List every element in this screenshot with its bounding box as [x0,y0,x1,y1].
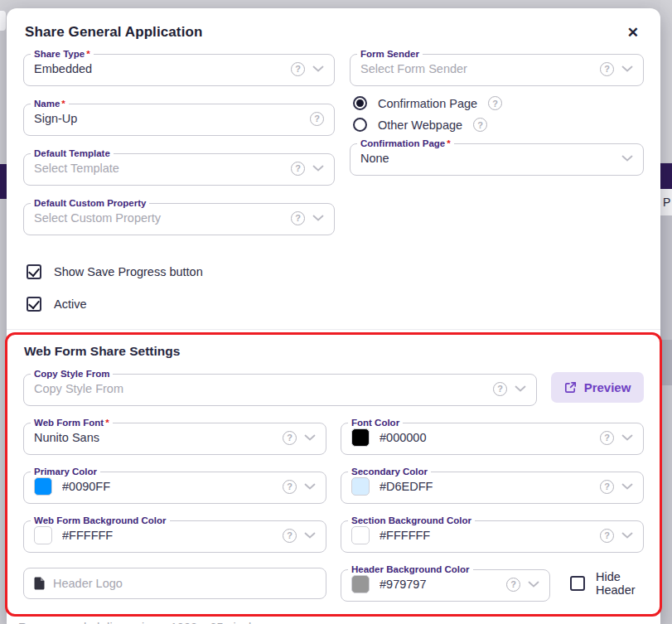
default-template-field[interactable]: Default Template Select Template ? [23,148,335,186]
header-bg-color-group: Header Background Color #979797 ? Hide H… [341,564,644,602]
chevron-down-icon [312,165,324,172]
dialog-header: Share General Application ✕ [17,21,650,41]
confirmation-radio-group: Confirmation Page ? Other Webpage ? [353,96,644,132]
radio-unselected-icon[interactable] [353,118,367,132]
color-swatch[interactable] [351,477,370,496]
required-asterisk: * [61,99,65,109]
form-sender-field[interactable]: Form Sender Select Form Sender ? [350,49,644,86]
name-field[interactable]: Name* Sign-Up ? [23,99,335,136]
help-icon[interactable]: ? [488,96,502,110]
chevron-down-icon [304,532,316,539]
dialog-title: Share General Application [25,24,202,41]
help-icon[interactable]: ? [291,162,305,176]
help-icon[interactable]: ? [310,112,324,126]
background-text-fragment: P [660,189,672,215]
color-swatch[interactable] [351,428,370,447]
background-page-strip-top [660,0,672,162]
font-color-field[interactable]: Font Color #000000 ? [341,418,644,455]
background-page-strip-dark [660,340,672,385]
color-swatch[interactable] [351,575,370,593]
section-background-color-value: #FFFFFF [380,529,593,542]
help-icon[interactable]: ? [600,480,614,494]
background-purple-bar-left [0,164,7,199]
copy-style-from-placeholder: Copy Style From [34,382,486,395]
annotation-highlight-box: Web Form Share Settings Copy Style From … [5,332,662,617]
help-icon[interactable]: ? [291,62,305,76]
section-background-color-field[interactable]: Section Background Color #FFFFFF ? [341,515,644,553]
chevron-down-icon [621,434,633,441]
chevron-down-icon [304,483,316,490]
background-page-strip-mid [660,215,672,340]
radio-confirmation-page[interactable]: Confirmation Page ? [353,96,644,110]
copy-style-from-field[interactable]: Copy Style From Copy Style From ? [23,369,537,406]
color-swatch[interactable] [34,477,52,496]
help-icon[interactable]: ? [283,529,297,543]
form-sender-placeholder: Select Form Sender [360,62,593,75]
file-icon [34,577,45,590]
font-color-value: #000000 [380,431,593,444]
chevron-down-icon [621,155,633,162]
checkbox-checked-icon[interactable] [27,297,41,312]
chevron-down-icon [621,483,633,490]
chevron-down-icon [621,532,633,539]
secondary-color-field[interactable]: Secondary Color #D6EDFF ? [341,467,644,504]
right-column: Form Sender Select Form Sender ? Confirm… [350,49,644,248]
chevron-down-icon [312,65,324,72]
confirmation-page-field[interactable]: Confirmation Page* None [350,138,644,176]
checkbox-unchecked-icon[interactable] [570,576,585,591]
confirmation-page-value: None [360,152,615,165]
chevron-down-icon [621,65,633,72]
required-asterisk: * [86,49,89,59]
help-icon[interactable]: ? [506,578,520,592]
help-icon[interactable]: ? [600,529,614,543]
header-background-color-value: #979797 [380,578,500,591]
chevron-down-icon [528,581,539,588]
help-icon[interactable]: ? [473,118,487,132]
default-custom-property-placeholder: Select Custom Property [34,211,284,225]
active-checkbox[interactable]: Active [27,297,641,312]
background-card-edge [0,11,6,31]
close-icon[interactable]: ✕ [624,24,642,41]
header-logo-upload[interactable]: Header Logo [23,568,326,599]
hide-header-checkbox[interactable]: Hide Header [570,570,644,597]
web-form-font-value: Nunito Sans [34,431,276,444]
web-form-font-field[interactable]: Web Form Font* Nunito Sans ? [23,418,326,455]
web-form-background-color-value: #FFFFFF [62,529,276,542]
help-icon[interactable]: ? [493,382,507,396]
help-icon[interactable]: ? [283,431,297,445]
share-type-value: Embedded [34,62,284,75]
external-link-icon [564,381,577,394]
default-template-placeholder: Select Template [34,162,284,175]
required-asterisk: * [447,138,450,148]
chevron-down-icon [312,215,324,221]
share-type-field[interactable]: Share Type* Embedded ? [23,49,335,86]
header-background-color-field[interactable]: Header Background Color #979797 ? [341,564,550,602]
color-swatch[interactable] [351,526,370,544]
web-form-background-color-field[interactable]: Web Form Background Color #FFFFFF ? [23,515,326,553]
help-icon[interactable]: ? [600,62,614,76]
preview-button[interactable]: Preview [551,372,644,403]
help-icon[interactable]: ? [600,431,614,445]
required-asterisk: * [105,418,109,428]
checkbox-stack: Show Save Progress button Active [17,264,650,312]
section-divider [7,329,660,330]
top-form-grid: Share Type* Embedded ? Name* Sign-Up ? [17,49,650,248]
help-icon[interactable]: ? [283,480,297,494]
checkbox-checked-icon[interactable] [27,264,41,279]
help-icon[interactable]: ? [291,211,305,225]
chevron-down-icon [304,434,316,441]
show-save-progress-checkbox[interactable]: Show Save Progress button [27,264,641,279]
radio-selected-icon[interactable] [353,96,367,110]
primary-color-value: #0090FF [62,480,276,493]
left-column: Share Type* Embedded ? Name* Sign-Up ? [23,49,335,248]
color-swatch[interactable] [34,526,52,544]
primary-color-field[interactable]: Primary Color #0090FF ? [23,467,326,504]
secondary-color-value: #D6EDFF [380,480,593,493]
style-fields-grid: Web Form Font* Nunito Sans ? Font Color … [23,418,644,553]
copy-style-row: Copy Style From Copy Style From ? Previe… [23,369,644,406]
default-custom-property-field[interactable]: Default Custom Property Select Custom Pr… [23,198,335,235]
web-form-share-settings-title: Web Form Share Settings [24,344,644,359]
chevron-down-icon [515,385,526,392]
recommended-dimensions-hint: Recommended dimensions: 1002 x 65 pixels [18,621,649,624]
radio-other-webpage[interactable]: Other Webpage ? [353,118,644,132]
